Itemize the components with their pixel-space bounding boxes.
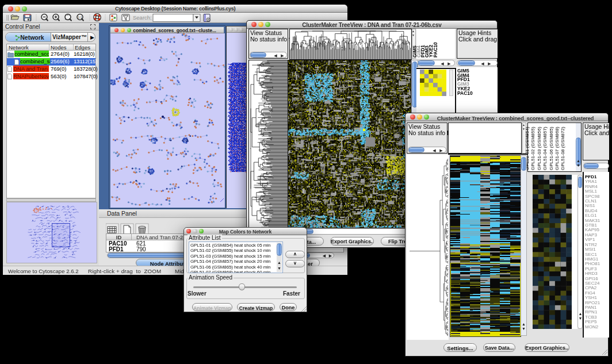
svg-text:1:1: 1:1 [78, 16, 82, 19]
svg-text:Search:: Search: [133, 14, 152, 21]
